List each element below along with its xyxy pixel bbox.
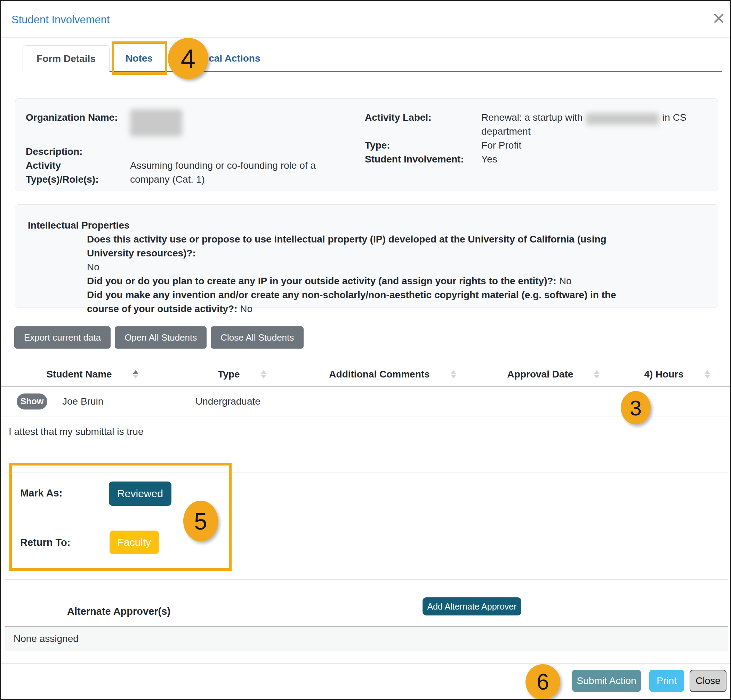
divider [5, 472, 728, 472]
student-involvement-modal: Student Involvement × Form Details Notes… [0, 0, 731, 700]
student-involvement-label: Student Involvement: [365, 152, 481, 166]
type-label: Type: [365, 138, 481, 152]
submit-action-button[interactable]: Submit Action [572, 670, 641, 692]
column-header-approval-date[interactable]: Approval Date [485, 369, 622, 380]
ip-section-title: Intellectual Properties [28, 219, 705, 232]
column-header-student-name[interactable]: Student Name [1, 369, 183, 380]
ip-question-2: Did you or do you plan to create any IP … [87, 274, 619, 288]
ip-question-3: Did you make any invention and/or create… [87, 288, 619, 316]
student-type-cell: Undergraduate [183, 396, 301, 407]
attestation-text: I attest that my submittal is true [9, 426, 143, 437]
alternate-approvers-empty-row: None assigned [5, 626, 728, 651]
return-to-label: Return To: [20, 537, 70, 548]
footer-divider [1, 663, 731, 664]
column-header-type[interactable]: Type [183, 369, 301, 380]
annotation-highlight-review-section [9, 463, 232, 571]
show-student-button[interactable]: Show [17, 394, 47, 409]
divider [5, 449, 728, 449]
open-all-students-button[interactable]: Open All Students [115, 326, 207, 349]
divider [5, 579, 728, 579]
close-button[interactable]: Close [690, 670, 727, 692]
organization-name-label: Organization Name: [26, 111, 130, 125]
activity-type-label: Activity Type(s)/Role(s): [26, 159, 130, 187]
divider [5, 519, 728, 519]
tab-form-details[interactable]: Form Details [23, 45, 110, 72]
students-toolbar: Export current data Open All Students Cl… [14, 326, 304, 349]
redacted-activity-name [586, 113, 659, 125]
activity-label-value: Renewal: a startup within CS department [481, 111, 704, 138]
tab-historical-actions[interactable]: Historical Actions [169, 45, 270, 72]
activity-label-label: Activity Label: [365, 111, 481, 125]
close-all-students-button[interactable]: Close All Students [211, 326, 304, 349]
annotation-step-6: 6 [525, 664, 560, 700]
add-alternate-approver-button[interactable]: Add Alternate Approver [423, 597, 521, 615]
export-current-data-button[interactable]: Export current data [14, 326, 111, 349]
page-title: Student Involvement [12, 13, 110, 26]
alternate-approvers-label: Alternate Approver(s) [67, 606, 170, 617]
mark-as-reviewed-button[interactable]: Reviewed [109, 481, 172, 506]
sort-icon[interactable] [133, 370, 138, 378]
activity-type-value: Assuming founding or co-founding role of… [130, 159, 346, 187]
sort-icon[interactable] [594, 370, 600, 378]
column-header-hours[interactable]: 4) Hours [622, 369, 731, 380]
return-to-faculty-button[interactable]: Faculty [110, 531, 159, 554]
column-header-additional-comments[interactable]: Additional Comments [301, 369, 485, 380]
student-name-cell: Joe Bruin [62, 396, 103, 407]
sort-icon[interactable] [705, 370, 710, 378]
none-assigned-text: None assigned [13, 633, 79, 644]
annotation-step-5: 5 [183, 501, 218, 541]
close-icon[interactable]: × [713, 7, 725, 29]
students-table: Student Name Type Additional Comments Ap… [1, 363, 731, 416]
sort-icon[interactable] [261, 370, 266, 378]
table-row: Show Joe Bruin Undergraduate [1, 387, 731, 416]
description-label: Description: [26, 145, 130, 159]
print-button[interactable]: Print [649, 670, 684, 692]
redacted-organization-name [130, 109, 182, 137]
sort-icon[interactable] [451, 370, 456, 378]
organization-name-value [130, 111, 346, 140]
ip-question-1: Does this activity use or propose to use… [87, 232, 619, 274]
students-table-header: Student Name Type Additional Comments Ap… [1, 363, 731, 387]
intellectual-properties-panel: Intellectual Properties Does this activi… [15, 204, 718, 308]
tab-notes[interactable]: Notes [110, 45, 169, 72]
type-value: For Profit [481, 138, 704, 152]
form-info-panel: Organization Name: Description: Activity… [15, 99, 718, 191]
mark-as-label: Mark As: [20, 487, 62, 499]
student-involvement-value: Yes [481, 152, 704, 166]
tab-bar: Form Details Notes Historical Actions [1, 38, 731, 72]
